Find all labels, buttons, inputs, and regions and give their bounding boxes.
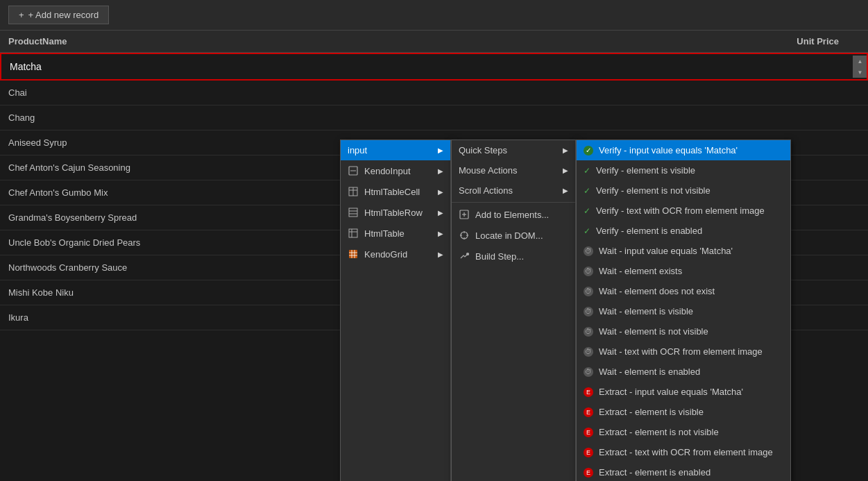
green-check-icon: ✓ (584, 186, 590, 196)
add-record-button[interactable]: + + Add new record (8, 6, 109, 24)
menu-item-verify-enabled[interactable]: ✓ Verify - element is enabled (577, 221, 790, 241)
scroll-down-button[interactable]: ▼ (853, 67, 867, 78)
menu-item-scrollactions[interactable]: Scroll Actions ▶ (452, 180, 575, 201)
submenu-arrow: ▶ (438, 230, 443, 237)
kendoinput-label: KendoInput (364, 166, 411, 176)
verify-ocr-label: Verify - text with OCR from element imag… (596, 205, 765, 216)
clock-icon: ⏱ (584, 347, 593, 357)
verify-enabled-label: Verify - element is enabled (596, 226, 702, 236)
menu-item-htmltablecell[interactable]: HtmlTableCell ▶ (341, 181, 450, 202)
htmltablecell-label: HtmlTableCell (364, 187, 420, 197)
menu-item-extract-input-value[interactable]: E Extract - input value equals 'Matcha' (577, 382, 790, 402)
green-check-icon: ✓ (584, 206, 590, 216)
extract-input-label: Extract - input value equals 'Matcha' (599, 387, 743, 397)
locatedom-icon (459, 230, 470, 241)
menu-item-kendogrid[interactable]: KendoGrid ▶ (341, 244, 450, 264)
menu-item-wait-exists[interactable]: ⏱ Wait - element exists (577, 261, 790, 281)
clock-icon: ⏱ (584, 267, 593, 276)
scrollactions-label: Scroll Actions (459, 185, 513, 196)
extract-not-visible-label: Extract - element is not visible (599, 427, 719, 437)
wait-exists-label: Wait - element exists (599, 266, 682, 276)
menu-item-kendoinput[interactable]: KendoInput ▶ (341, 160, 450, 181)
verify-not-visible-label: Verify - element is not visible (596, 185, 710, 196)
wait-not-exist-label: Wait - element does not exist (599, 286, 715, 296)
addelements-icon (459, 209, 470, 220)
menu-item-quicksteps[interactable]: Quick Steps ▶ (452, 140, 575, 160)
svg-rect-20 (349, 250, 357, 258)
submenu-arrow: ▶ (438, 251, 443, 258)
table-row: Chai (0, 81, 868, 106)
verify-input-label: Verify - input value equals 'Matcha' (599, 145, 738, 155)
menu-item-extract-not-visible[interactable]: E Extract - element is not visible (577, 422, 790, 442)
clock-icon: ⏱ (584, 367, 593, 377)
menu-item-wait-visible[interactable]: ⏱ Wait - element is visible (577, 301, 790, 321)
menu-item-verify-input-value[interactable]: ✓ Verify - input value equals 'Matcha' (577, 140, 790, 160)
scrollbar[interactable]: ▲ ▼ (853, 56, 867, 78)
svg-point-33 (467, 253, 469, 255)
extract-icon: E (584, 468, 593, 478)
wait-ocr-label: Wait - text with OCR from element image (599, 346, 763, 357)
menu-item-mouseactions[interactable]: Mouse Actions ▶ (452, 160, 575, 180)
htmltable-label: HtmlTable (364, 228, 405, 239)
extract-icon: E (584, 407, 593, 417)
extract-ocr-label: Extract - text with OCR from element ima… (599, 447, 773, 457)
table-container: ▲ ▼ Chai Chang Aniseed Syrup Chef Anton'… (0, 53, 868, 330)
menu-item-wait-input-value[interactable]: ⏱ Wait - input value equals 'Matcha' (577, 241, 790, 261)
menu-item-wait-enabled[interactable]: ⏱ Wait - element is enabled (577, 362, 790, 382)
menu-item-verify-visible[interactable]: ✓ Verify - element is visible (577, 160, 790, 180)
table-row: Chang (0, 106, 868, 130)
extract-icon: E (584, 387, 593, 397)
green-check-icon: ✓ (584, 146, 593, 155)
mouseactions-label: Mouse Actions (459, 165, 518, 176)
input-row: ▲ ▼ (0, 53, 868, 81)
wait-not-visible-label: Wait - element is not visible (599, 326, 708, 337)
htmltablerow-icon (348, 207, 359, 218)
menu-level1: input ▶ KendoInput ▶ HtmlTableCell ▶ (340, 140, 451, 481)
clock-icon: ⏱ (584, 307, 593, 317)
htmltable-icon (348, 228, 359, 239)
svg-rect-17 (349, 229, 357, 237)
submenu-arrow: ▶ (563, 146, 568, 154)
menu-item-extract-ocr[interactable]: E Extract - text with OCR from element i… (577, 442, 790, 462)
menu-item-extract-visible[interactable]: E Extract - element is visible (577, 402, 790, 422)
menu-item-wait-not-visible[interactable]: ⏱ Wait - element is not visible (577, 321, 790, 341)
menu-item-locatedom[interactable]: Locate in DOM... (452, 225, 575, 246)
scroll-up-button[interactable]: ▲ (853, 56, 867, 67)
menu-item-buildstep[interactable]: Build Step... (452, 246, 575, 267)
menu-item-extract-enabled[interactable]: E Extract - element is enabled (577, 462, 790, 481)
submenu-arrow: ▶ (438, 188, 443, 196)
add-icon: + (19, 10, 24, 20)
unit-price-header: Unit Price (776, 36, 860, 47)
menu-level2: Quick Steps ▶ Mouse Actions ▶ Scroll Act… (451, 140, 576, 481)
verify-visible-label: Verify - element is visible (596, 165, 695, 176)
submenu-arrow: ▶ (438, 146, 443, 154)
menu-item-htmltable[interactable]: HtmlTable ▶ (341, 223, 450, 244)
menu-item-verify-not-visible[interactable]: ✓ Verify - element is not visible (577, 180, 790, 201)
submenu-arrow: ▶ (438, 209, 443, 217)
menu-item-wait-ocr[interactable]: ⏱ Wait - text with OCR from element imag… (577, 341, 790, 362)
input-menu-label: input (348, 145, 367, 155)
menu-item-input[interactable]: input ▶ (341, 140, 450, 160)
extract-icon: E (584, 428, 593, 437)
kendogrid-label: KendoGrid (364, 249, 407, 260)
search-input[interactable] (1, 54, 853, 79)
htmltablerow-label: HtmlTableRow (364, 208, 423, 218)
menu-item-htmltablerow[interactable]: HtmlTableRow ▶ (341, 202, 450, 223)
clock-icon: ⏱ (584, 327, 593, 337)
wait-input-label: Wait - input value equals 'Matcha' (599, 246, 733, 256)
green-check-icon: ✓ (584, 166, 590, 176)
wait-visible-label: Wait - element is visible (599, 306, 693, 317)
table-headers: ProductName Unit Price (0, 31, 868, 53)
extract-icon: E (584, 448, 593, 457)
submenu-arrow: ▶ (563, 187, 568, 194)
menu-item-addelements[interactable]: Add to Elements... (452, 204, 575, 225)
addelements-label: Add to Elements... (475, 210, 549, 220)
menu-divider (452, 202, 575, 203)
product-name-header: ProductName (8, 36, 776, 47)
add-record-label: + Add new record (28, 10, 99, 20)
menu-item-wait-not-exist[interactable]: ⏱ Wait - element does not exist (577, 281, 790, 301)
buildstep-label: Build Step... (475, 251, 524, 262)
quicksteps-label: Quick Steps (459, 145, 507, 155)
clock-icon: ⏱ (584, 287, 593, 296)
menu-item-verify-ocr[interactable]: ✓ Verify - text with OCR from element im… (577, 201, 790, 221)
